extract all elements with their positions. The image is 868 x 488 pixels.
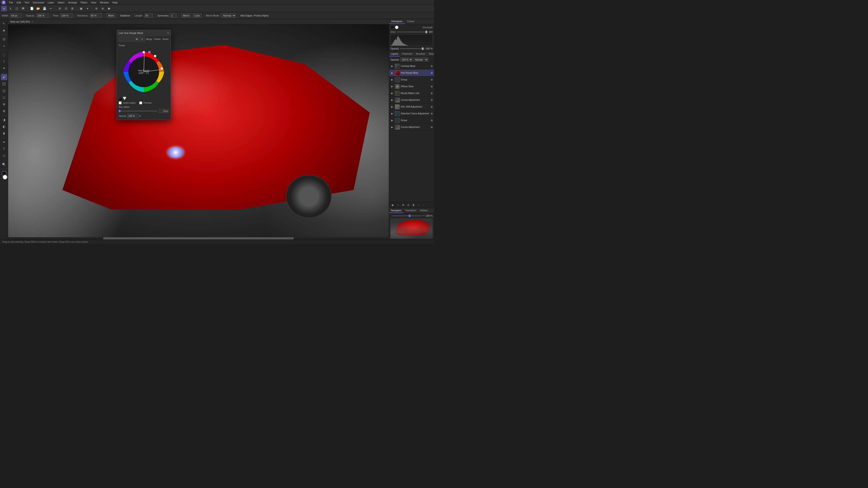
eraser-tool[interactable]: ◻	[1, 94, 7, 101]
zoom-select-icon[interactable]: ⊕	[94, 6, 99, 11]
menu-select[interactable]: Select	[58, 1, 65, 4]
straighten-tool[interactable]: ⌖	[1, 43, 7, 49]
move-tool[interactable]: ↖	[1, 20, 7, 27]
opacity-hist-thumb[interactable]	[422, 47, 424, 50]
lock-button[interactable]: Lock	[193, 13, 202, 18]
persona-pixel[interactable]: ●	[1, 6, 7, 11]
canvas-close-icon[interactable]: ×	[32, 20, 33, 23]
tab-layers[interactable]: Layers	[389, 52, 400, 57]
opacity-hist-slider[interactable]	[400, 48, 425, 49]
hue-wheel-container[interactable]: Hue Range (330° - 2°)	[120, 48, 167, 96]
open-doc-icon[interactable]: 📂	[35, 6, 41, 11]
layer-expand-icon-4[interactable]: ▶	[391, 92, 394, 95]
menu-layer[interactable]: Layer	[48, 1, 54, 4]
persona-export[interactable]: ⬒	[20, 6, 26, 11]
tab-stock[interactable]: Stock	[427, 52, 434, 57]
dialog-close-button[interactable]: ×	[167, 31, 169, 35]
menu-help[interactable]: Help	[112, 1, 118, 4]
heal-tool[interactable]: ⊗	[1, 108, 7, 114]
zoom-icon[interactable]: ⊛	[100, 6, 105, 11]
layer-expand-icon-8[interactable]: ▶	[391, 125, 394, 129]
sharpen-tool[interactable]: ⧫	[1, 130, 7, 136]
white-swatch[interactable]	[395, 26, 399, 29]
more-button[interactable]: More	[106, 13, 116, 18]
dialog-menu-button[interactable]: ≡	[140, 37, 145, 41]
persona-fx[interactable]: ⧖	[8, 6, 13, 11]
guides-icon[interactable]: ⊠	[70, 6, 75, 11]
tab-brushes[interactable]: Brushes	[414, 52, 427, 57]
layer-group-icon-2[interactable]: ▶	[391, 119, 394, 122]
menu-filters[interactable]: Filters	[81, 1, 87, 4]
text-tool[interactable]: T	[1, 146, 7, 152]
reset-button[interactable]: Reset	[162, 38, 169, 40]
tab-channels[interactable]: Channels	[400, 52, 414, 57]
burn-tool[interactable]: ◐	[1, 123, 7, 130]
add-layer-button[interactable]: +	[396, 203, 400, 207]
width-input[interactable]	[10, 13, 22, 18]
grid-icon[interactable]: ⊟	[63, 6, 69, 11]
hue-wheel-svg[interactable]	[120, 48, 167, 96]
blur-slider-thumb[interactable]	[119, 110, 121, 112]
layer-curves-2[interactable]: ▶ Curves Adjustment	[389, 124, 434, 131]
selection-freehand-tool[interactable]: ⌇	[1, 58, 7, 65]
layer-expand-icon-7[interactable]: ▶	[391, 112, 394, 116]
mirror-button[interactable]: Mirror	[181, 13, 191, 18]
snapping-icon[interactable]: ⊞	[57, 6, 62, 11]
black-swatch[interactable]	[391, 26, 394, 29]
blend-mode-select[interactable]: Normal	[221, 13, 236, 18]
zoom-out-button[interactable]: -	[391, 214, 391, 217]
menu-view[interactable]: View	[91, 1, 96, 4]
undo-icon[interactable]: ↩	[48, 6, 54, 11]
length-input[interactable]	[144, 13, 153, 18]
gradient-tool[interactable]: ◫	[1, 88, 7, 94]
paint-brush-tool[interactable]: 🖌	[1, 74, 7, 80]
layer-group-2[interactable]: ▶ Group	[389, 117, 434, 124]
duplicate-layer-button[interactable]: ⊞	[401, 203, 405, 207]
nav-zoom-thumb[interactable]	[409, 215, 410, 217]
layer-diffuse-glow[interactable]: ▶ Diffuse Glow	[389, 83, 434, 90]
layers-blend-select[interactable]: Normal	[414, 58, 428, 62]
move-down-button[interactable]: ↓	[422, 203, 426, 207]
blur-slider[interactable]	[119, 111, 157, 111]
flow-input[interactable]	[60, 13, 73, 18]
clone-tool[interactable]: ⊕	[1, 101, 7, 107]
layer-hsl-shift[interactable]: ▶ HSL Shift Adjustment	[389, 103, 434, 110]
scrollbar-thumb[interactable]	[103, 237, 293, 239]
layer-expand-icon-5[interactable]: ▶	[391, 98, 394, 102]
move-up-button[interactable]: ↑	[416, 203, 421, 207]
nav-zoom-slider[interactable]	[392, 216, 422, 216]
opacity-input[interactable]	[36, 13, 49, 18]
save-doc-icon[interactable]: 💾	[42, 6, 47, 11]
layer-group-icon[interactable]: ▶	[391, 78, 394, 82]
persona-develop[interactable]: ◫	[14, 6, 20, 11]
pen-tool[interactable]: ✒	[1, 139, 7, 145]
new-doc-icon[interactable]: 📄	[29, 6, 35, 11]
shape-tool[interactable]: ⬡	[1, 153, 7, 159]
symmetry-input[interactable]	[170, 13, 177, 18]
layer-curves-1[interactable]: ▶ Curves Adjustment	[389, 97, 434, 103]
background-color[interactable]	[2, 175, 7, 180]
view-options-icon[interactable]: ▾	[85, 6, 90, 11]
layer-selective-colour[interactable]: ▶ Selective Colour Adjustment	[389, 110, 434, 117]
preview-checkbox[interactable]	[139, 101, 142, 104]
node-tool[interactable]: ◈	[1, 27, 7, 33]
invert-output-checkbox[interactable]	[119, 101, 122, 104]
opacity-input-sm[interactable]	[127, 114, 138, 118]
tab-history[interactable]: History	[418, 208, 430, 213]
black-triangle-icon[interactable]	[119, 97, 122, 100]
tab-histogram[interactable]: Histogram	[389, 19, 405, 24]
selection-rect-tool[interactable]: ⬚	[1, 52, 7, 58]
nav-thumbnail[interactable]	[391, 218, 433, 238]
layer-group-1[interactable]: ▶ □ Group	[389, 76, 434, 83]
layer-expand-icon[interactable]: ▶	[391, 64, 394, 68]
layer-expand-icon-2[interactable]: ▶	[391, 71, 394, 75]
menu-file[interactable]: File	[9, 1, 13, 4]
mask-layer-button[interactable]: ⊡	[406, 203, 410, 207]
add-adjustment-button[interactable]: ◉	[391, 203, 395, 207]
menu-edit[interactable]: Edit	[17, 1, 21, 4]
dialog-layer-select[interactable]	[119, 37, 139, 41]
white-triangle-icon[interactable]	[123, 97, 126, 100]
fill-tool[interactable]: ⬛	[1, 80, 7, 87]
layer-moody-matte[interactable]: ▶ Moody Matte Look	[389, 90, 434, 97]
layers-opacity-select[interactable]: 100 %	[400, 58, 413, 62]
